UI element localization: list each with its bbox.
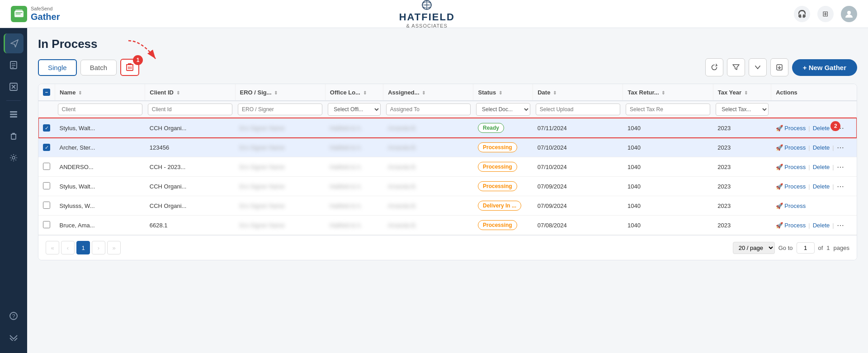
row-date: 07/10/2024 [533,138,623,157]
row-status: Processing [473,216,533,235]
row-assigned: Amanda B. [383,157,473,177]
sidebar-item-stack[interactable] [4,104,24,124]
row-tax-year: 2023 [713,216,771,235]
delete-toolbar-button[interactable]: 1 [120,59,139,76]
sidebar-item-send[interactable] [4,33,24,53]
row-client-id: 6628.1 [145,216,235,235]
select-all-checkbox[interactable]: − [43,89,50,96]
new-gather-button[interactable]: + New Gather [792,59,857,76]
sidebar-item-collapse[interactable] [4,328,24,348]
apps-icon-btn[interactable]: ⊞ [817,6,834,22]
filter-button[interactable] [727,58,745,76]
page-1-btn[interactable]: 1 [76,241,90,254]
refresh-button[interactable] [705,58,723,76]
filter-ero-input[interactable] [238,104,322,115]
filter-tax-year-cell: Select Tax... [713,101,771,118]
header-ero[interactable]: ERO / Sig... ⇕ [235,84,325,101]
row-name: ANDERSO... [55,157,145,177]
row-tax-year: 2023 [713,118,771,138]
row-checkbox-cell [38,177,55,196]
single-button[interactable]: Single [38,59,77,76]
sidebar-item-x[interactable] [4,77,24,97]
export-button[interactable] [770,58,788,76]
sidebar-item-help[interactable]: ? [4,306,24,326]
sidebar: ? [0,28,27,353]
process-action[interactable]: 🚀 Process [776,164,806,170]
toolbar-left: Single Batch 1 [38,59,139,76]
table-row: Stylus, Walt...CCH Organi...Ero Signer N… [38,177,857,196]
process-action[interactable]: 🚀 Process [776,222,806,229]
header-checkbox[interactable]: − [38,84,55,101]
header-client-id[interactable]: Client ID ⇕ [145,84,235,101]
header-tax-return[interactable]: Tax Retur... ⇕ [623,84,713,101]
row-actions-cell: 🚀 Process | Delete | ⋯ [771,157,857,177]
row-actions-cell: 🚀 Process [771,196,857,216]
pagination-right: 20 / page Go to of 1 pages [733,242,849,254]
headset-icon-btn[interactable]: 🎧 [794,6,810,22]
row-office: Hatfield & A. [325,177,383,196]
sidebar-item-trash[interactable] [4,126,24,146]
action-separator2: | [832,164,834,170]
row-checkbox[interactable] [43,221,50,228]
process-action[interactable]: 🚀 Process [776,144,806,151]
filter-tax-return-input[interactable] [626,104,710,115]
delete-action[interactable]: Delete [813,164,830,170]
filter-office-select[interactable]: Select Offi... [328,103,380,116]
row-checkbox[interactable] [43,163,50,170]
filter-name-input[interactable] [58,104,142,115]
row-checkbox[interactable]: ✓ [43,144,50,151]
row-date: 07/10/2024 [533,157,623,177]
header-date[interactable]: Date ⇕ [533,84,623,101]
header-name[interactable]: Name ⇕ [55,84,145,101]
more-action[interactable]: ⋯ [837,182,844,191]
filter-checkbox-cell [38,101,55,118]
batch-button[interactable]: Batch [80,60,117,75]
header-status[interactable]: Status ⇕ [473,84,533,101]
sidebar-item-doc[interactable] [4,55,24,75]
dropdown-button[interactable] [749,58,767,76]
row-checkbox[interactable] [43,202,50,209]
more-action[interactable]: ⋯ [837,163,844,171]
sidebar-item-settings[interactable] [4,148,24,168]
row-checkbox[interactable]: ✓ [43,124,50,132]
per-page-select[interactable]: 20 / page [733,242,775,254]
pagination: « ‹ 1 › » 20 / page Go to of 1 pages [38,235,857,260]
more-action[interactable]: ⋯ [837,143,844,152]
delete-action[interactable]: Delete [813,222,830,229]
filter-tax-year-select[interactable]: Select Tax... [716,103,768,116]
goto-input[interactable] [797,242,815,254]
row-date: 07/09/2024 [533,196,623,216]
filter-name-cell [55,101,145,118]
filter-status-select[interactable]: Select Doc... [476,103,530,116]
filter-office-cell: Select Offi... [325,101,383,118]
filter-assigned-input[interactable] [386,104,471,115]
delete-action[interactable]: Delete 2 [813,125,830,132]
header-office[interactable]: Office Lo... ⇕ [325,84,383,101]
header-tax-year[interactable]: Tax Year ⇕ [713,84,771,101]
filter-assigned-cell [383,101,473,118]
row-checkbox[interactable] [43,182,50,189]
process-action[interactable]: 🚀 Process [776,202,806,209]
annotation-badge-1: 1 [133,55,143,65]
sort-ero-icon: ⇕ [274,90,278,95]
table-row: ✓Stylus, Walt...CCH Organi...Ero Signer … [38,118,857,138]
process-action[interactable]: 🚀 Process [776,183,806,190]
process-action[interactable]: 🚀 Process [776,125,806,132]
row-checkbox-cell: ✓ [38,138,55,157]
prev-page-btn[interactable]: ‹ [61,241,75,254]
delete-action[interactable]: Delete [813,144,830,151]
delete-action[interactable]: Delete [813,183,830,190]
pagination-left: « ‹ 1 › » [46,241,121,254]
last-page-btn[interactable]: » [107,241,121,254]
filter-client-input[interactable] [148,104,232,115]
row-assigned: Amanda B. [383,196,473,216]
content: In Process Single Batch 1 [27,28,868,353]
more-action[interactable]: ⋯ [837,221,844,230]
action-separator: | [808,125,810,132]
header-assigned[interactable]: Assigned... ⇕ [383,84,473,101]
next-page-btn[interactable]: › [92,241,105,254]
filter-date-input[interactable] [536,104,620,115]
first-page-btn[interactable]: « [46,241,59,254]
brand-name: HATFIELD [399,11,455,23]
avatar-btn[interactable] [841,6,857,22]
